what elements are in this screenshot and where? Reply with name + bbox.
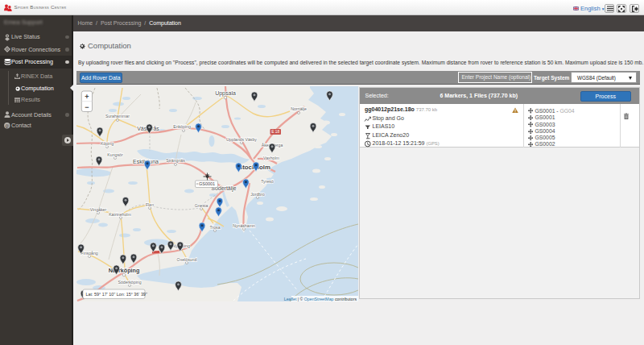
svg-text:Gnesta: Gnesta: [195, 203, 208, 208]
svg-text:Flen: Flen: [146, 202, 154, 207]
svg-text:Katrineholm: Katrineholm: [109, 212, 131, 217]
svg-text:Norrköping: Norrköping: [109, 266, 140, 273]
svg-text:GS0001: GS0001: [199, 181, 215, 186]
svg-text:Surahammar: Surahammar: [105, 114, 130, 118]
svg-text:E 18: E 18: [271, 130, 279, 134]
svg-text:Jordbro: Jordbro: [250, 192, 265, 197]
svg-text:Norrtälje: Norrtälje: [291, 106, 307, 111]
svg-text:−: −: [85, 102, 89, 110]
svg-text:@: @: [5, 123, 9, 128]
svg-text:Tyresö: Tyresö: [261, 179, 274, 184]
svg-text:Enköping: Enköping: [173, 124, 191, 129]
svg-text:Kungsör: Kungsör: [107, 152, 123, 157]
svg-text:Lat: 59° 17' 10'' Lon: 15° 36': Lat: 59° 17' 10'' Lon: 15° 36' 39'': [86, 291, 147, 296]
svg-text:Trosa: Trosa: [209, 225, 220, 230]
svg-text:Vingåker: Vingåker: [90, 207, 107, 212]
svg-text:Söderköping: Söderköping: [118, 280, 141, 285]
svg-text:Leaflet | © OpenStreetMap cont: Leaflet | © OpenStreetMap contributors: [284, 296, 357, 301]
svg-text:Strängnäs: Strängnäs: [166, 158, 185, 163]
svg-text:Upplands Väsby: Upplands Väsby: [226, 137, 257, 142]
svg-text:Oxelösund: Oxelösund: [177, 257, 197, 262]
svg-text:+: +: [85, 92, 89, 100]
svg-text:Uppsala: Uppsala: [215, 90, 236, 97]
svg-text:Nynäshamn: Nynäshamn: [233, 223, 255, 228]
svg-text:Vaxholm: Vaxholm: [263, 156, 279, 160]
svg-text:Finspång: Finspång: [80, 251, 97, 256]
svg-text:Köping: Köping: [101, 141, 114, 146]
